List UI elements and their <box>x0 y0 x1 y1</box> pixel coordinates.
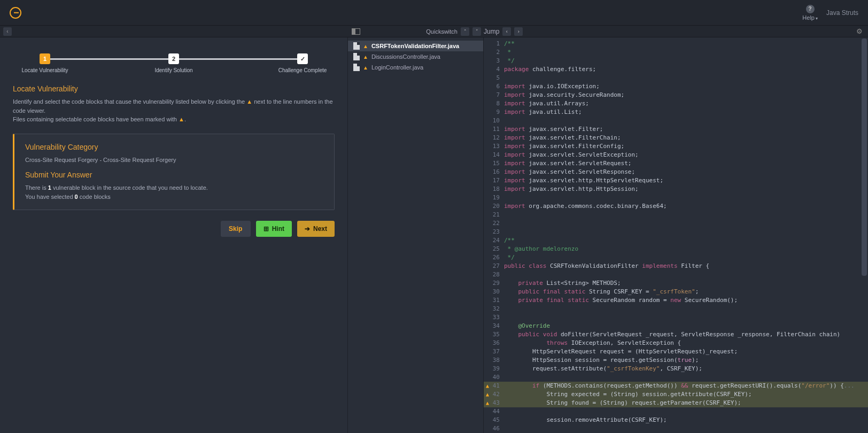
code-line: 11import javax.servlet.Filter; <box>484 125 868 134</box>
code-text: private List<String> METHODS; <box>504 279 868 288</box>
line-warning-icon[interactable]: ▲ <box>484 390 491 399</box>
code-text: public void doFilter(ServletRequest _req… <box>504 330 868 339</box>
code-line: 30 public final static String CSRF_KEY =… <box>484 288 868 296</box>
file-tree-item[interactable]: ▲LoginController.java <box>348 62 483 73</box>
file-tree-item[interactable]: ▲CSRFTokenValidationFilter.java <box>348 41 483 51</box>
code-line: 19 <box>484 194 868 202</box>
line-number: 26 <box>491 253 504 262</box>
quickswitch-down-button[interactable]: ˅ <box>472 27 481 36</box>
settings-gear-icon[interactable]: ⚙ <box>855 27 864 36</box>
project-title: Java Struts <box>826 9 858 17</box>
hint-button[interactable]: ⊞Hint <box>256 221 292 237</box>
progress-step-3[interactable]: ✓ <box>297 53 308 64</box>
code-line: 1/** <box>484 40 868 48</box>
code-line[interactable]: ▲43 String found = (String) request.getP… <box>484 399 868 407</box>
code-line: 44 <box>484 407 868 416</box>
code-text: import javax.servlet.FilterChain; <box>504 134 868 142</box>
code-line: 46 <box>484 424 868 433</box>
next-button[interactable]: ➔Next <box>297 221 335 237</box>
code-text: */ <box>504 253 868 262</box>
line-number: 18 <box>491 185 504 194</box>
line-number: 28 <box>491 270 504 279</box>
locate-vuln-title: Locate Vulnerability <box>13 84 335 93</box>
topbar-right: ? Help▾ Java Struts <box>802 5 858 21</box>
code-line: 36 throws IOException, ServletException … <box>484 339 868 347</box>
code-line: 28 <box>484 270 868 279</box>
line-number: 16 <box>491 168 504 176</box>
line-number: 7 <box>491 91 504 99</box>
file-name: LoginController.java <box>371 64 423 71</box>
help-menu[interactable]: ? Help▾ <box>802 5 818 21</box>
code-text: * @author mdelorenzo <box>504 245 868 253</box>
grid-icon: ⊞ <box>264 225 269 233</box>
code-text: * <box>504 48 868 57</box>
line-number: 34 <box>491 322 504 330</box>
code-text: import javax.servlet.ServletException; <box>504 151 868 159</box>
code-text: import java.security.SecureRandom; <box>504 91 868 99</box>
code-line: 38 HttpSession session = request.getSess… <box>484 356 868 365</box>
line-number: 11 <box>491 125 504 134</box>
quickswitch: Quickswitch ˄ ˅ <box>426 27 481 36</box>
quickswitch-label: Quickswitch <box>426 28 458 35</box>
code-line: 21 <box>484 211 868 219</box>
code-text: /** <box>504 236 868 245</box>
line-number: 8 <box>491 99 504 108</box>
line-warning-icon[interactable]: ▲ <box>484 399 491 407</box>
category-text: Cross-Site Request Forgery - Cross-Site … <box>25 156 323 165</box>
line-number: 39 <box>491 365 504 373</box>
line-warning-icon[interactable]: ▲ <box>484 382 491 390</box>
code-line: 8import java.util.Arrays; <box>484 99 868 108</box>
code-text: */ <box>504 57 868 65</box>
line-number: 23 <box>491 228 504 236</box>
code-line: 20import org.apache.commons.codec.binary… <box>484 202 868 211</box>
code-line: 34 @Override <box>484 322 868 330</box>
code-text: request.setAttribute("_csrfTokenKey", CS… <box>504 365 868 373</box>
code-text: import java.io.IOException; <box>504 82 868 91</box>
progress-tracker: 1 Locate Vulnerability 2 Identify Soluti… <box>45 53 303 75</box>
code-line: 26 */ <box>484 253 868 262</box>
line-number: 13 <box>491 142 504 151</box>
code-line: 7import java.security.SecureRandom; <box>484 91 868 99</box>
quickswitch-up-button[interactable]: ˄ <box>461 27 469 36</box>
panel-back-button[interactable]: ‹ <box>3 27 12 36</box>
jump-prev-button[interactable]: ‹ <box>502 27 511 36</box>
progress-step-2[interactable]: 2 <box>168 53 179 64</box>
code-text: import javax.servlet.ServletResponse; <box>504 168 868 176</box>
code-text: HttpServletRequest request = (HttpServle… <box>504 347 868 356</box>
line-number: 42 <box>491 390 504 399</box>
code-text: public class CSRFTokenValidationFilter i… <box>504 262 868 270</box>
code-line[interactable]: ▲42 String expected = (String) session.g… <box>484 390 868 399</box>
line-number: 9 <box>491 108 504 117</box>
arrow-right-icon: ➔ <box>305 225 310 233</box>
skip-button[interactable]: Skip <box>221 221 251 237</box>
code-line: 37 HttpServletRequest request = (HttpSer… <box>484 347 868 356</box>
code-line: 33 <box>484 313 868 322</box>
scrollbar[interactable] <box>862 38 867 276</box>
code-text: HttpSession session = request.getSession… <box>504 356 868 365</box>
code-line: 15import javax.servlet.ServletRequest; <box>484 159 868 168</box>
code-viewer[interactable]: 1/**2 *3 */4package challenge.filters;56… <box>484 37 868 433</box>
line-number: 30 <box>491 288 504 296</box>
file-name: DiscussionsController.java <box>371 53 440 60</box>
app-logo-icon[interactable] <box>10 7 21 19</box>
line-number: 19 <box>491 194 504 202</box>
jump-next-button[interactable]: › <box>514 27 523 36</box>
jump-controls: Jump ‹ › <box>484 27 523 36</box>
warning-icon: ▲ <box>363 43 368 49</box>
line-number: 15 <box>491 159 504 168</box>
code-line: 24/** <box>484 236 868 245</box>
code-line: 12import javax.servlet.FilterChain; <box>484 134 868 142</box>
code-line[interactable]: ▲41 if (METHODS.contains(request.getMeth… <box>484 382 868 390</box>
line-number: 27 <box>491 262 504 270</box>
panel-toggle-icon[interactable] <box>352 28 360 35</box>
progress-step-1-label: Locate Vulnerability <box>22 67 68 73</box>
code-line: 10 <box>484 117 868 125</box>
code-text: private final static SecureRandom random… <box>504 296 868 305</box>
locate-vuln-body: Identify and select the code blocks that… <box>13 97 335 124</box>
line-number: 32 <box>491 305 504 313</box>
file-tree-item[interactable]: ▲DiscussionsController.java <box>348 51 483 62</box>
line-number: 20 <box>491 202 504 211</box>
help-icon: ? <box>806 5 815 13</box>
progress-step-1[interactable]: 1 <box>40 53 50 64</box>
code-line: 5 <box>484 74 868 82</box>
